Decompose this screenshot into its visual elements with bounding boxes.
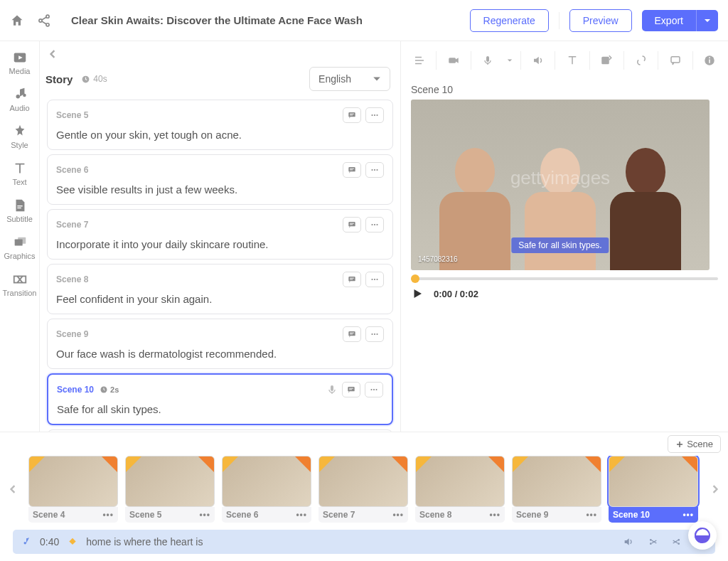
svg-point-7 xyxy=(23,94,26,97)
svg-rect-48 xyxy=(349,389,352,390)
regenerate-button[interactable]: Regenerate xyxy=(470,9,549,32)
sidenav-label: Media xyxy=(9,67,31,75)
svg-point-41 xyxy=(371,333,373,335)
timeline-thumb[interactable]: Scene 6••• xyxy=(222,456,311,523)
thumb-menu-icon[interactable]: ••• xyxy=(586,510,597,520)
image-edit-icon[interactable] xyxy=(594,48,619,73)
timeline-thumb[interactable]: Scene 9••• xyxy=(512,456,601,523)
sidenav-item-transition[interactable]: Transition xyxy=(0,269,39,300)
preview-button[interactable]: Preview xyxy=(569,9,632,32)
sidenav-label: Transition xyxy=(3,289,37,297)
play-button-icon[interactable] xyxy=(411,287,424,300)
thumb-menu-icon[interactable]: ••• xyxy=(199,510,210,520)
notes-icon[interactable] xyxy=(343,162,361,178)
timeline-thumb[interactable]: Scene 10••• xyxy=(609,456,698,523)
camera-icon[interactable] xyxy=(441,48,466,73)
scene-label: Scene 9 xyxy=(56,329,88,339)
svg-rect-28 xyxy=(350,224,353,225)
notes-icon[interactable] xyxy=(343,107,361,123)
timeline-prev-icon[interactable] xyxy=(4,480,21,498)
export-dropdown-button[interactable] xyxy=(696,10,718,31)
audio-trim-end-icon[interactable] xyxy=(671,536,682,547)
notes-icon[interactable] xyxy=(343,326,361,342)
link-icon[interactable] xyxy=(628,48,653,73)
sidenav-item-media[interactable]: Media xyxy=(0,47,39,78)
scene-menu-icon[interactable] xyxy=(365,272,384,287)
scene-text: Gentle on your skin, yet tough on acne. xyxy=(56,129,384,141)
scene-label: Scene 5 xyxy=(56,110,88,120)
scene-menu-icon[interactable] xyxy=(365,107,384,123)
thumb-menu-icon[interactable]: ••• xyxy=(392,510,404,520)
comment-icon[interactable] xyxy=(663,48,687,73)
svg-rect-38 xyxy=(348,331,355,336)
svg-rect-63 xyxy=(710,60,711,63)
svg-rect-34 xyxy=(350,279,353,279)
notes-icon[interactable] xyxy=(343,272,361,287)
svg-point-64 xyxy=(709,57,710,58)
sidenav-item-style[interactable]: Style xyxy=(0,121,39,152)
notes-icon[interactable] xyxy=(343,217,361,233)
scene-card[interactable]: Scene 8Feel confident in your skin again… xyxy=(47,264,393,314)
svg-point-51 xyxy=(375,389,377,390)
audio-trim-start-icon[interactable] xyxy=(647,536,658,547)
scene-menu-icon[interactable] xyxy=(365,326,384,342)
scene-duration: 2s xyxy=(100,385,119,394)
back-chevron-icon[interactable] xyxy=(46,47,60,61)
timeline-next-icon[interactable] xyxy=(707,480,724,498)
timeline-thumb[interactable]: Scene 8••• xyxy=(415,456,505,523)
scrubber[interactable] xyxy=(411,277,718,280)
scene-card[interactable]: Scene 102sSafe for all skin types. xyxy=(47,373,393,425)
svg-rect-45 xyxy=(331,385,333,391)
info-icon[interactable] xyxy=(697,48,722,73)
preview-toolbar xyxy=(401,41,728,80)
scene-card[interactable]: Scene 7Incorporate it into your daily sk… xyxy=(47,209,393,260)
help-fab[interactable] xyxy=(688,521,717,550)
align-icon[interactable] xyxy=(407,48,432,73)
sidenav-item-audio[interactable]: Audio xyxy=(0,84,39,115)
volume-icon[interactable] xyxy=(525,48,550,73)
add-scene-button[interactable]: Scene xyxy=(668,435,721,453)
export-button[interactable]: Export xyxy=(642,10,696,31)
preview-panel: Scene 10 gettyimages 1457082316 Safe for… xyxy=(401,41,728,432)
sidenav-item-text[interactable]: Text xyxy=(0,158,39,189)
timeline-thumb[interactable]: Scene 4••• xyxy=(28,456,118,523)
notes-icon[interactable] xyxy=(342,382,360,397)
sidenav-item-subtitle[interactable]: Subtitle xyxy=(0,195,39,226)
preview-video[interactable]: gettyimages 1457082316 Safe for all skin… xyxy=(411,100,710,270)
mic-dropdown-icon[interactable] xyxy=(503,48,516,73)
scene-card[interactable]: Scene 9Our face wash is dermatologist re… xyxy=(47,319,393,369)
share-icon[interactable] xyxy=(37,14,51,28)
svg-point-37 xyxy=(376,279,378,280)
mic-icon[interactable] xyxy=(476,48,500,73)
svg-point-18 xyxy=(374,114,375,116)
project-title: Clear Skin Awaits: Discover the Ultimate… xyxy=(71,14,363,26)
thumb-label: Scene 4 xyxy=(33,510,65,520)
sidenav-item-graphics[interactable]: Graphics xyxy=(0,232,39,263)
story-heading: Story xyxy=(46,73,73,85)
scene-menu-icon[interactable] xyxy=(365,162,384,178)
text-tool-icon[interactable] xyxy=(560,48,584,73)
svg-rect-15 xyxy=(350,114,354,114)
scene-text: See visible results in just a few weeks. xyxy=(56,183,384,196)
thumb-menu-icon[interactable]: ••• xyxy=(296,510,307,520)
mic-icon[interactable] xyxy=(326,384,338,395)
scene-card[interactable]: Scene 6See visible results in just a few… xyxy=(47,154,393,205)
audio-bar[interactable]: 0:40 home is where the heart is xyxy=(13,530,715,554)
thumb-menu-icon[interactable]: ••• xyxy=(489,510,500,520)
home-icon[interactable] xyxy=(10,14,24,28)
svg-point-42 xyxy=(374,333,375,335)
timeline-thumb[interactable]: Scene 5••• xyxy=(125,456,215,523)
thumb-menu-icon[interactable]: ••• xyxy=(102,510,114,520)
thumb-label: Scene 10 xyxy=(613,510,650,520)
thumb-menu-icon[interactable]: ••• xyxy=(682,510,694,520)
language-select[interactable]: English xyxy=(309,67,390,91)
scene-card[interactable]: Scene 5Gentle on your skin, yet tough on… xyxy=(47,100,393,150)
scene-menu-icon[interactable] xyxy=(365,382,383,397)
scene-menu-icon[interactable] xyxy=(365,217,384,233)
audio-time: 0:40 xyxy=(40,536,59,547)
playback-time: 0:00 / 0:02 xyxy=(434,289,478,299)
audio-volume-icon[interactable] xyxy=(623,536,634,547)
thumb-label: Scene 8 xyxy=(419,510,451,520)
scenes-list[interactable]: Scene 5Gentle on your skin, yet tough on… xyxy=(40,97,400,432)
timeline-thumb[interactable]: Scene 7••• xyxy=(318,456,408,523)
